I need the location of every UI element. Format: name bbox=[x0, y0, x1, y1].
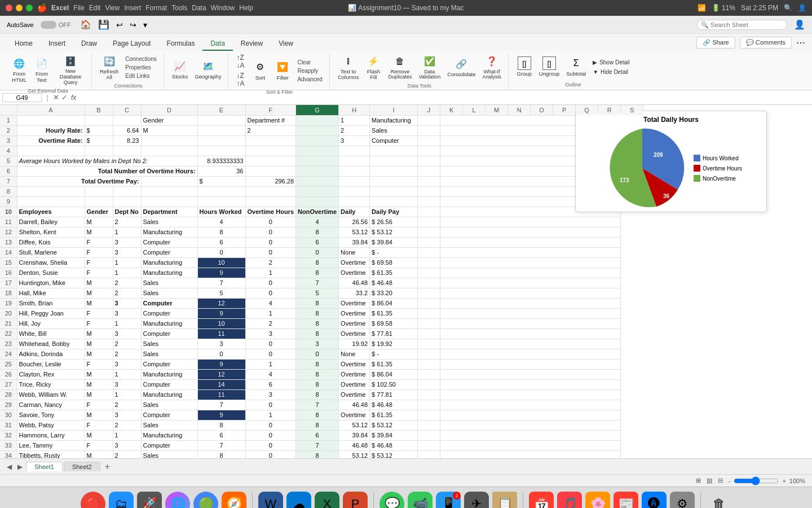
minimize-button[interactable] bbox=[16, 5, 23, 11]
cell-C10[interactable]: Dept No bbox=[113, 207, 141, 217]
comments-button[interactable]: 💬 Comments bbox=[740, 37, 792, 49]
dock-appstore[interactable]: 🅐 bbox=[642, 492, 667, 509]
cell-D2[interactable]: M bbox=[141, 125, 197, 135]
cell-A4[interactable] bbox=[17, 146, 85, 156]
cell-F1[interactable]: Department # bbox=[245, 115, 296, 125]
cell-J2[interactable] bbox=[418, 125, 440, 135]
add-sheet-button[interactable]: + bbox=[102, 462, 113, 472]
clear-button[interactable]: Clear bbox=[295, 59, 324, 66]
search-icon[interactable]: 🔍 bbox=[784, 4, 792, 12]
col-header-M[interactable]: M bbox=[486, 105, 508, 115]
zoom-out-icon[interactable]: - bbox=[729, 478, 731, 484]
cell-E3[interactable] bbox=[197, 135, 245, 146]
cell-A3[interactable]: Overtime Rate: bbox=[17, 135, 85, 146]
menu-view[interactable]: View bbox=[105, 4, 120, 12]
cell-D10[interactable]: Department bbox=[141, 207, 197, 217]
menu-tools[interactable]: Tools bbox=[171, 4, 187, 12]
col-header-J[interactable]: J bbox=[418, 105, 440, 115]
view-layout-icon[interactable]: ▤ bbox=[707, 477, 712, 484]
tab-home[interactable]: Home bbox=[7, 37, 41, 51]
cell-G2[interactable] bbox=[296, 125, 339, 135]
cell-H10[interactable]: Daily bbox=[339, 207, 370, 217]
advanced-button[interactable]: Advanced bbox=[295, 76, 324, 83]
maximize-button[interactable] bbox=[26, 5, 33, 11]
col-header-A[interactable]: A bbox=[17, 105, 85, 115]
refresh-all-button[interactable]: 🔄 RefreshAll bbox=[98, 53, 121, 82]
tab-insert[interactable]: Insert bbox=[41, 37, 73, 51]
confirm-formula-icon[interactable]: ✓ bbox=[61, 93, 68, 102]
dock-facetime2[interactable]: 📱 bbox=[436, 492, 461, 509]
zoom-slider[interactable] bbox=[734, 476, 779, 485]
connections-button[interactable]: Connections bbox=[123, 55, 159, 63]
redo-icon[interactable]: ↪ bbox=[130, 20, 136, 29]
dock-facetime[interactable]: 📹 bbox=[408, 492, 433, 509]
cell-E1[interactable] bbox=[197, 115, 245, 125]
dock-photos[interactable]: 🌸 bbox=[585, 492, 610, 509]
cell-C3[interactable]: 8.23 bbox=[113, 135, 141, 146]
cell-B1[interactable] bbox=[85, 115, 113, 125]
cell-D3[interactable] bbox=[141, 135, 197, 146]
customize-icon[interactable]: ▾ bbox=[143, 20, 147, 29]
cell-A1[interactable] bbox=[17, 115, 85, 125]
geography-button[interactable]: 🗺️ Geography bbox=[192, 58, 223, 81]
cell-I2[interactable]: Sales bbox=[370, 125, 418, 135]
cell-A2[interactable]: Hourly Rate: bbox=[17, 125, 85, 135]
col-header-H[interactable]: H bbox=[339, 105, 370, 115]
cell-I1[interactable]: Manufacturing bbox=[370, 115, 418, 125]
reapply-button[interactable]: Reapply bbox=[295, 67, 324, 75]
view-normal-icon[interactable]: ⊞ bbox=[696, 477, 701, 484]
subtotal-button[interactable]: Σ Subtotal bbox=[564, 55, 588, 78]
hide-detail-button[interactable]: ▼ Hide Detail bbox=[590, 68, 632, 76]
menu-window[interactable]: Window bbox=[211, 4, 235, 12]
formula-input[interactable] bbox=[80, 94, 810, 101]
consolidate-button[interactable]: 🔗 Consolidate bbox=[445, 56, 478, 78]
col-header-P[interactable]: P bbox=[553, 105, 576, 115]
tab-data[interactable]: Data bbox=[202, 37, 232, 51]
col-header-L[interactable]: L bbox=[463, 105, 486, 115]
dock-notes2[interactable]: 📋 bbox=[492, 492, 517, 509]
zoom-in-icon[interactable]: + bbox=[782, 478, 785, 484]
dock-kext[interactable]: ✈ bbox=[464, 492, 489, 509]
col-header-Q[interactable]: Q bbox=[576, 105, 598, 115]
new-database-query-button[interactable]: 🗄️ New DatabaseQuery bbox=[54, 53, 87, 87]
sort-za-button[interactable]: ↓Z↑A bbox=[234, 71, 246, 88]
menu-data[interactable]: Data bbox=[192, 4, 206, 12]
menu-edit[interactable]: Edit bbox=[89, 4, 101, 12]
cell-E10[interactable]: Hours Worked bbox=[197, 207, 245, 217]
stocks-button[interactable]: 📈 Stocks bbox=[170, 58, 191, 81]
cell-E2[interactable] bbox=[197, 125, 245, 135]
col-header-B[interactable]: B bbox=[85, 105, 113, 115]
autosave-toggle[interactable]: OFF bbox=[41, 21, 71, 29]
sheet-tab-1[interactable]: Sheet1 bbox=[26, 462, 63, 471]
name-box[interactable] bbox=[2, 93, 42, 102]
group-button[interactable]: [] Group bbox=[514, 55, 535, 78]
cell-I10[interactable]: Daily Pay bbox=[370, 207, 418, 217]
tab-draw[interactable]: Draw bbox=[73, 37, 105, 51]
dock-music[interactable]: 🎵 bbox=[557, 492, 582, 509]
search-input[interactable] bbox=[697, 20, 787, 30]
col-header-C[interactable]: C bbox=[113, 105, 141, 115]
menu-file[interactable]: File bbox=[73, 4, 84, 12]
cancel-formula-icon[interactable]: ✕ bbox=[53, 93, 59, 102]
cell-G10[interactable]: NonOvertime bbox=[296, 207, 339, 217]
cell-A6[interactable]: Total Number of Overtime Hours: bbox=[17, 166, 197, 176]
col-header-S[interactable]: S bbox=[621, 105, 643, 115]
col-header-F[interactable]: F bbox=[245, 105, 296, 115]
dock-safari[interactable]: 🧭 bbox=[222, 492, 246, 509]
menu-insert[interactable]: Insert bbox=[124, 4, 141, 12]
cell-J3[interactable] bbox=[418, 135, 440, 146]
user-icon[interactable]: 👤 bbox=[798, 4, 806, 12]
sheet-nav-right[interactable]: ▶ bbox=[15, 463, 25, 471]
cell-F3[interactable] bbox=[245, 135, 296, 146]
cell-H3[interactable]: 3 bbox=[339, 135, 370, 146]
flash-fill-button[interactable]: ⚡ FlashFill bbox=[363, 53, 383, 82]
cell-D1[interactable]: Gender bbox=[141, 115, 197, 125]
menu-excel[interactable]: Excel bbox=[51, 4, 69, 12]
dock-news[interactable]: 📰 bbox=[614, 492, 638, 509]
dock-siri[interactable]: 🌐 bbox=[165, 492, 190, 509]
cell-F2[interactable]: 2 bbox=[245, 125, 296, 135]
col-header-O[interactable]: O bbox=[531, 105, 553, 115]
home-icon[interactable]: 🏠 bbox=[80, 19, 91, 30]
cell-H1[interactable]: 1 bbox=[339, 115, 370, 125]
what-if-button[interactable]: ❓ What-IfAnalysis bbox=[480, 54, 504, 82]
